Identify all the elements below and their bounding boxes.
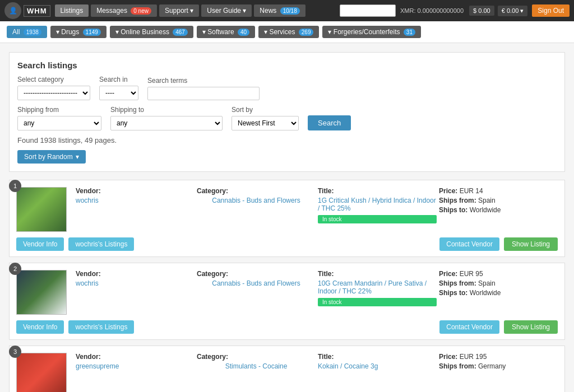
search-title: Search listings <box>17 60 557 70</box>
logo-avatar: 👤 <box>4 2 21 19</box>
stock-badge-1: In stock <box>318 215 437 223</box>
title-link-3[interactable]: Kokain / Cocaine 3g <box>318 362 437 370</box>
vendor-label-3: Vendor: <box>76 353 195 361</box>
title-col-1: Title: 1G Critical Kush / Hybrid Indica … <box>318 187 437 232</box>
news-nav-button[interactable]: News 10/18 <box>254 4 305 17</box>
title-label-3: Title: <box>318 353 437 361</box>
listing-body-1: Vendor: wochris Category: Cannabis - Bud… <box>10 180 564 232</box>
category-tab-drugs[interactable]: ▾ Drugs 1149 <box>50 26 107 38</box>
title-col-2: Title: 10G Cream Mandarin / Pure Sativa … <box>318 270 437 315</box>
ships-from-2: Ships from: Spain <box>439 279 558 287</box>
stock-badge-2: In stock <box>318 298 437 306</box>
listing-thumbnail-3 <box>16 353 67 392</box>
support-nav-button[interactable]: Support ▾ <box>159 4 199 17</box>
category-tab-forgeries[interactable]: ▾ Forgeries/Counterfeits 31 <box>322 26 421 38</box>
sort-by-label: Sort by <box>232 106 299 114</box>
contact-vendor-button-1[interactable]: Contact Vendor <box>439 237 499 251</box>
category-tab-services[interactable]: ▾ Services 269 <box>258 26 319 38</box>
category-tab-online-business[interactable]: ▾ Online Business 467 <box>110 26 193 38</box>
vendor-col-1: Vendor: wochris <box>76 187 195 232</box>
all-count-badge: 1938 <box>24 29 41 36</box>
category-col-2: Category: Cannabis - Buds and Flowers <box>197 270 316 315</box>
search-terms-label: Search terms <box>147 77 260 85</box>
category-tab-all[interactable]: All 1938 <box>7 26 47 38</box>
title-label-2: Title: <box>318 270 437 278</box>
listing-info-2: Vendor: wochris Category: Cannabis - Bud… <box>76 270 558 315</box>
category-label: Select category <box>17 76 90 83</box>
category-link-2[interactable]: Cannabis - Buds and Flowers <box>197 279 316 287</box>
sort-random-button[interactable]: Sort by Random ▾ <box>17 150 86 164</box>
listing-number-3: 3 <box>9 346 21 358</box>
category-tab-software[interactable]: ▾ Software 40 <box>197 26 255 38</box>
logo: 👤 WHM <box>4 2 50 19</box>
usd-balance: $ 0.00 <box>469 6 494 16</box>
main-content: Search listings Select category --------… <box>0 43 574 392</box>
listing-actions-1: Vendor Info wochris's Listings Contact V… <box>10 232 564 256</box>
listing-body-2: Vendor: wochris Category: Cannabis - Bud… <box>10 263 564 315</box>
shipping-from-label: Shipping from <box>17 106 101 114</box>
vendor-link-3[interactable]: greensupreme <box>76 362 195 370</box>
category-select[interactable]: ------------------------ <box>17 86 90 100</box>
title-label-1: Title: <box>318 187 437 195</box>
contact-vendor-button-2[interactable]: Contact Vendor <box>439 320 499 334</box>
vendor-col-2: Vendor: wochris <box>76 270 195 315</box>
listing-card-3: 3 Vendor: greensupreme Category: Stimula… <box>9 346 565 392</box>
category-link-3[interactable]: Stimulants - Cocaine <box>197 362 316 370</box>
category-link-1[interactable]: Cannabis - Buds and Flowers <box>197 197 316 204</box>
logo-box: WHM <box>24 5 50 17</box>
listing-card-1: 1 Vendor: wochris Category: Cannabis - B… <box>9 180 565 257</box>
shipping-to-select[interactable]: any <box>110 116 223 130</box>
xmr-balance: XMR: 0.000000000000 <box>400 7 464 14</box>
ships-to-1: Ships to: Worldwide <box>439 206 558 214</box>
vendor-link-1[interactable]: wochris <box>76 197 195 204</box>
category-tabs: All 1938 ▾ Drugs 1149 ▾ Online Business … <box>0 21 574 43</box>
sign-out-button[interactable]: Sign Out <box>532 4 570 17</box>
show-listing-button-1[interactable]: Show Listing <box>504 237 558 251</box>
sort-by-field: Sort by Newest First <box>232 106 299 130</box>
listing-number-1: 1 <box>9 180 21 192</box>
sort-by-select[interactable]: Newest First <box>232 116 299 130</box>
ships-from-1: Ships from: Spain <box>439 197 558 204</box>
category-col-3: Category: Stimulants - Cocaine <box>197 353 316 392</box>
category-label-1: Category: <box>197 187 316 195</box>
search-in-field: Search in ---- <box>99 76 138 100</box>
title-link-1[interactable]: 1G Critical Kush / Hybrid Indica / Indoo… <box>318 197 437 212</box>
price-text-1: Price: EUR 14 <box>439 187 558 195</box>
search-terms-field: Search terms <box>147 77 260 100</box>
listing-thumbnail-2 <box>16 270 67 315</box>
vendor-info-button-1[interactable]: Vendor Info <box>16 237 64 251</box>
drugs-count-badge: 1149 <box>83 29 101 36</box>
messages-badge: 0 new <box>131 7 151 15</box>
navbar-search-input[interactable] <box>340 4 396 17</box>
search-in-select[interactable]: ---- <box>99 86 138 100</box>
services-count-badge: 269 <box>299 29 314 36</box>
vendor-listings-button-2[interactable]: wochris's Listings <box>68 320 134 334</box>
show-listing-button-2[interactable]: Show Listing <box>504 320 558 334</box>
currency-dropdown[interactable]: € 0.00 ▾ <box>498 6 528 16</box>
search-terms-input[interactable] <box>147 87 260 100</box>
shipping-from-field: Shipping from any <box>17 106 101 130</box>
category-label-2: Category: <box>197 270 316 278</box>
messages-nav-button[interactable]: Messages 0 new <box>91 4 157 17</box>
search-in-label: Search in <box>99 76 138 83</box>
vendor-link-2[interactable]: wochris <box>76 279 195 287</box>
listing-number-2: 2 <box>9 263 21 275</box>
title-link-2[interactable]: 10G Cream Mandarin / Pure Sativa / Indoo… <box>318 279 437 295</box>
software-count-badge: 40 <box>238 29 249 36</box>
vendor-col-3: Vendor: greensupreme <box>76 353 195 392</box>
listings-container: 1 Vendor: wochris Category: Cannabis - B… <box>9 180 565 392</box>
title-col-3: Title: Kokain / Cocaine 3g <box>318 353 437 392</box>
search-button[interactable]: Search <box>308 115 351 130</box>
category-col-1: Category: Cannabis - Buds and Flowers <box>197 187 316 232</box>
listings-nav-button[interactable]: Listings <box>55 4 89 17</box>
vendor-info-button-2[interactable]: Vendor Info <box>16 320 64 334</box>
news-badge: 10/18 <box>280 7 300 15</box>
category-label-3: Category: <box>197 353 316 361</box>
vendor-listings-button-1[interactable]: wochris's Listings <box>68 237 134 251</box>
price-text-3: Price: EUR 195 <box>439 353 558 361</box>
price-text-2: Price: EUR 95 <box>439 270 558 278</box>
user-guide-nav-button[interactable]: User Guide ▾ <box>201 4 252 17</box>
shipping-from-select[interactable]: any <box>17 116 101 130</box>
ships-to-2: Ships to: Worldwide <box>439 289 558 297</box>
category-field: Select category ------------------------ <box>17 76 90 100</box>
